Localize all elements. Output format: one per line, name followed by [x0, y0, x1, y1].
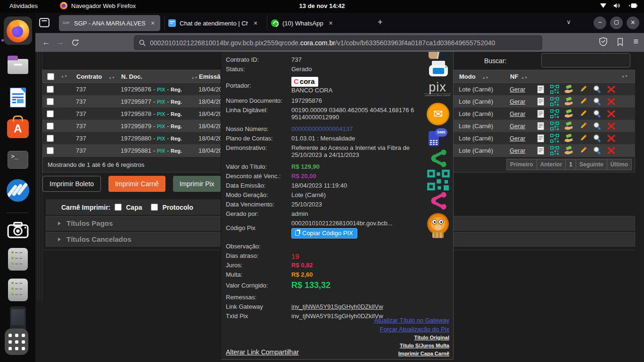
search-row-icon[interactable]: [593, 109, 602, 118]
sort-icon[interactable]: ▲▼: [61, 75, 67, 78]
dock-libreoffice-writer-icon[interactable]: [6, 86, 30, 109]
nosso-numero-link[interactable]: 000000000000004137: [291, 125, 427, 132]
link-gateway-link[interactable]: inv_tjNWA5Y91SgGHyh0DZkllVw: [291, 303, 427, 310]
email-icon[interactable]: ✉: [427, 103, 449, 125]
edit-icon[interactable]: [578, 97, 587, 106]
edit-icon[interactable]: [578, 85, 587, 94]
boleto-icon[interactable]: [536, 97, 545, 106]
search-row-icon[interactable]: [593, 134, 602, 143]
qrcode-big-icon[interactable]: [427, 170, 450, 190]
boleto-icon[interactable]: [536, 109, 545, 118]
gerar-nf-link[interactable]: Gerar: [510, 110, 525, 117]
dock-app-list-icon[interactable]: [6, 247, 30, 271]
search-row-icon[interactable]: [593, 85, 602, 94]
edit-icon[interactable]: [578, 146, 587, 155]
reload-icon[interactable]: [71, 39, 79, 47]
imprimir-capa-carne-link[interactable]: Imprimir Capa Carnê: [374, 351, 449, 356]
delete-icon[interactable]: [607, 97, 616, 106]
dock-camera-icon[interactable]: [6, 218, 30, 242]
network-icon[interactable]: [600, 3, 607, 8]
row-checkbox[interactable]: [47, 123, 54, 130]
row-checkbox[interactable]: [47, 86, 54, 93]
back-button[interactable]: ←: [39, 38, 53, 47]
receive-payment-icon[interactable]: [564, 122, 573, 131]
atualizar-titulo-gateway-link[interactable]: Atualizar Título no Gateway: [374, 317, 449, 324]
search-row-icon[interactable]: [593, 97, 602, 106]
receive-payment-icon[interactable]: [564, 97, 573, 106]
boleto-icon[interactable]: [536, 134, 545, 143]
qrcode-icon[interactable]: [550, 109, 559, 118]
lion-mascot-icon[interactable]: [427, 214, 449, 238]
tab-close-icon[interactable]: ×: [252, 19, 259, 27]
dock-terminal-icon[interactable]: >_: [6, 148, 30, 172]
qrcode-icon[interactable]: [550, 97, 559, 106]
pocket-icon[interactable]: [617, 38, 624, 46]
sort-icon[interactable]: ▲▼: [108, 76, 115, 79]
row-checkbox[interactable]: [47, 110, 54, 117]
print-boleto-icon[interactable]: [427, 60, 450, 80]
tab-close-icon[interactable]: ×: [149, 19, 157, 27]
alterar-link-compartilhar-link[interactable]: Alterar Link Compartilhar: [226, 348, 299, 356]
header-modo[interactable]: Modo: [459, 73, 476, 80]
pix-logo[interactable]: pix powered by Banco Central: [424, 81, 451, 97]
gerar-nf-link[interactable]: Gerar: [510, 98, 525, 105]
capa-checkbox[interactable]: [115, 204, 122, 211]
imprimir-carne-button[interactable]: Imprimir Carnê: [108, 176, 165, 192]
imprimir-pix-button[interactable]: Imprimir Pix: [173, 176, 221, 192]
close-window-button[interactable]: ×: [627, 16, 639, 29]
list-all-tabs-icon[interactable]: ∨: [566, 18, 571, 25]
search-input[interactable]: [541, 53, 630, 67]
imprimir-boleto-button[interactable]: Imprimir Boleto: [42, 176, 101, 192]
tab-sgp[interactable]: SGP SGP - ANA MARIA ALVES ×: [59, 15, 160, 31]
restore-button[interactable]: [610, 16, 623, 29]
sort-icon[interactable]: ▲▼: [482, 76, 489, 79]
edit-icon[interactable]: [578, 122, 587, 131]
pagination-page-1[interactable]: 1: [565, 159, 576, 170]
receive-payment-icon[interactable]: [564, 146, 573, 155]
row-checkbox[interactable]: [47, 147, 54, 154]
receive-payment-icon[interactable]: [564, 85, 573, 94]
dock-winbox-icon[interactable]: [6, 179, 30, 202]
row-checkbox[interactable]: [47, 135, 54, 142]
share-green-icon[interactable]: [428, 148, 449, 169]
qrcode-icon[interactable]: [550, 122, 559, 131]
row-checkbox[interactable]: [47, 98, 54, 105]
delete-icon[interactable]: [607, 122, 616, 131]
pagination-previous[interactable]: Anterior: [537, 159, 566, 170]
firefox-view-icon[interactable]: [39, 18, 50, 27]
battery-icon[interactable]: [627, 3, 637, 8]
tab-chat[interactable]: Chat de atendimento | Ch ×: [164, 15, 263, 31]
search-row-icon[interactable]: [593, 122, 602, 131]
qrcode-icon[interactable]: [550, 85, 559, 94]
dock-show-applications-icon[interactable]: [5, 330, 28, 354]
qrcode-icon[interactable]: [550, 146, 559, 155]
tab-whatsapp[interactable]: (10) WhatsApp ×: [267, 15, 369, 31]
delete-icon[interactable]: [607, 85, 616, 94]
select-all-checkbox[interactable]: [47, 73, 54, 80]
forcar-atualizacao-pix-link[interactable]: Forçar Atualização do Pix: [374, 326, 449, 333]
titulo-sem-juros-link[interactable]: Título S/Juros Multa: [374, 343, 449, 348]
dock-phone-icon[interactable]: [6, 307, 30, 331]
gerar-nf-link[interactable]: Gerar: [510, 86, 525, 93]
volume-icon[interactable]: [613, 2, 621, 9]
clock[interactable]: 13 de nov 14:42: [0, 2, 644, 9]
delete-icon[interactable]: [607, 146, 616, 155]
url-bar[interactable]: 00020101021226810014br.gov.bcb.pix2559qr…: [134, 36, 542, 49]
header-nf[interactable]: NF: [510, 73, 518, 80]
copiar-codigo-pix-button[interactable]: Copiar Código PIX: [291, 228, 357, 239]
boleto-hand-icon[interactable]: [429, 52, 449, 59]
minimize-button[interactable]: −: [594, 16, 606, 29]
sms-icon[interactable]: SMS: [428, 128, 447, 147]
boleto-icon[interactable]: [536, 122, 545, 131]
edit-icon[interactable]: [578, 134, 587, 143]
dock-firefox-icon[interactable]: [6, 19, 30, 43]
boleto-icon[interactable]: [536, 85, 545, 94]
gerar-nf-link[interactable]: Gerar: [510, 147, 525, 154]
dock-ubuntu-software-icon[interactable]: A: [6, 115, 30, 139]
new-tab-button[interactable]: +: [378, 17, 383, 27]
header-contrato[interactable]: Contrato: [76, 73, 102, 80]
sort-icon[interactable]: ▲▼: [621, 75, 628, 78]
gerar-nf-link[interactable]: Gerar: [510, 123, 525, 130]
pagination-first[interactable]: Primeiro: [506, 159, 537, 170]
qrcode-icon[interactable]: [550, 134, 559, 143]
